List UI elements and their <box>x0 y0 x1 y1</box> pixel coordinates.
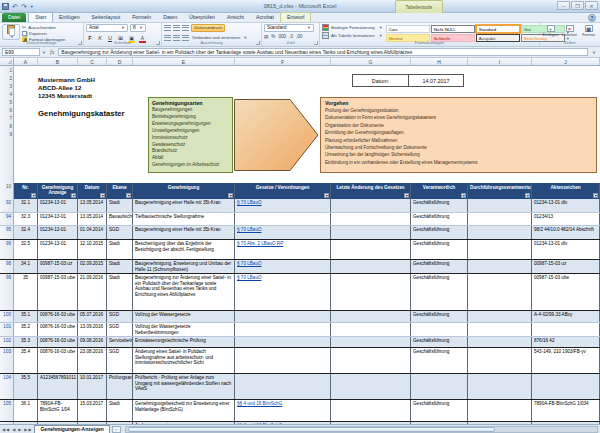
cell-nr[interactable]: 32.3 <box>14 213 38 225</box>
cell-gesetze[interactable]: § 70 LBauO <box>235 226 331 239</box>
row-header-105[interactable]: 105 <box>0 400 14 421</box>
cell-genehmigung[interactable]: Prüfbericht - Prüfung einer Anlage zum U… <box>133 374 235 399</box>
insert-cells-button[interactable]: +Einfügen <box>542 24 559 37</box>
cell-durchfuehrung[interactable] <box>468 213 532 225</box>
row-header-2[interactable]: 2 <box>0 76 12 81</box>
cell-aktenzeichen[interactable]: 543-149, 210 1903/FB-yv <box>532 348 600 373</box>
cell-nr[interactable]: 35.3 <box>14 337 38 347</box>
cell-style-nicht-null[interactable]: Nicht NULL <box>431 25 475 33</box>
cell-datum[interactable]: 12.10.2015 <box>78 240 107 259</box>
cell-durchfuehrung[interactable] <box>468 337 532 347</box>
cell-anzeige[interactable]: 00987-15-03 uz <box>38 260 78 273</box>
ribbon-tab-daten[interactable]: Daten <box>157 13 183 22</box>
cell-aktenzeichen[interactable]: 98/2 44/10.0 482/14 Abschrift <box>532 226 600 239</box>
cell-datum[interactable]: 13.05.2014 <box>78 199 107 212</box>
cell-datum[interactable]: 23.08.2016 <box>78 348 107 373</box>
select-all-corner[interactable] <box>0 58 14 65</box>
row-header-96[interactable]: 96 <box>0 240 14 259</box>
row-header-3[interactable]: 3 <box>0 84 12 89</box>
cell-anzeige[interactable]: 00876-16-03 ube <box>38 348 78 373</box>
sheet-tab[interactable]: Genehmigungen-Anzeigen <box>34 425 109 433</box>
cell-anzeige[interactable]: 00876-16-03 ube <box>38 311 78 322</box>
row-header-100[interactable]: 100 <box>0 311 14 322</box>
table-header-durchfuehrung[interactable]: Durchführungsverantwortung▼ <box>468 183 532 199</box>
cell-genehmigung[interactable]: Bescheinigung über das Ergebnis der Besi… <box>133 240 235 259</box>
filter-dropdown-icon[interactable]: ▼ <box>525 193 530 198</box>
cell-durchfuehrung[interactable] <box>468 400 532 421</box>
table-header-gesetze[interactable]: Gesetze / Verordnungen▼ <box>235 183 331 199</box>
cell-ebene[interactable]: Stadt <box>107 274 133 310</box>
name-box-dropdown-icon[interactable]: ▼ <box>42 50 46 55</box>
cell-anzeige[interactable]: 00876-16-03 ube <box>38 337 78 347</box>
format-as-table-button[interactable]: Als Tabelle formatieren▼ <box>322 32 383 39</box>
ribbon-tab-seitenlayout[interactable]: Seitenlayout <box>86 13 127 22</box>
number-format-combo[interactable]: Standard▼ <box>264 24 314 32</box>
document-title[interactable]: Genehmigungskataster <box>38 109 125 118</box>
cell-aenderung[interactable] <box>331 213 411 225</box>
cell-verantwortlich[interactable] <box>411 374 468 399</box>
dialog-launcher-icon[interactable] <box>256 41 260 45</box>
cell-nr[interactable]: 35 <box>14 274 38 310</box>
save-icon[interactable] <box>2 3 9 10</box>
table-header-datum[interactable]: Datum▼ <box>78 183 107 199</box>
cell-genehmigung[interactable]: Vollzug der Wassergesetze Nebenbestimmun… <box>133 323 235 336</box>
cell-anzeige[interactable]: A1234567891011 <box>38 374 78 399</box>
cell-aktenzeichen[interactable]: 7890A-FB-BImSchG 1/034 <box>532 400 600 421</box>
next-sheet-icon[interactable]: ▶ <box>18 427 22 432</box>
company-name[interactable]: Mustermann GmbH <box>38 76 95 83</box>
minimize-button[interactable]: ─ <box>557 1 570 10</box>
table-header-ebene[interactable]: Ebene▼ <box>107 183 133 199</box>
row-header-8[interactable]: 8 <box>0 124 12 129</box>
cell-genehmigung[interactable]: Baugenehmigung einer Halle mit 35t-Kran <box>133 199 235 212</box>
cell-genehmigung[interactable]: Baugenehmigung, Erweiterung und Umbau de… <box>133 260 235 273</box>
cell-aenderung[interactable] <box>331 348 411 373</box>
cell-anzeige[interactable]: 7890A-FB-BImSchG 1/04 <box>38 400 78 421</box>
align-middle-icon[interactable] <box>173 25 180 31</box>
cell-aenderung[interactable] <box>331 311 411 322</box>
delete-cells-button[interactable]: ×Löschen <box>561 24 578 37</box>
cell-ebene[interactable]: Stadt <box>107 199 133 212</box>
copy-button[interactable]: Kopieren <box>22 31 65 36</box>
cell-verantwortlich[interactable]: Geschäftsführung <box>411 348 468 373</box>
cell-genehmigung[interactable]: Entwässerungstechnische Prüfung <box>133 337 235 347</box>
first-sheet-icon[interactable]: ◀◀ <box>2 427 10 432</box>
cell-nr[interactable]: 35.4 <box>14 348 38 373</box>
table-header-genehmigung[interactable]: Genehmigung▼ <box>133 183 235 199</box>
filter-dropdown-icon[interactable]: ▼ <box>126 193 131 198</box>
cell-genehmigung[interactable]: Tiefbautechnische Stellungnahme <box>133 213 235 225</box>
row-header-10[interactable]: 10 <box>0 183 14 199</box>
cell-durchfuehrung[interactable] <box>468 274 532 310</box>
row-header-102[interactable]: 102 <box>0 337 14 347</box>
ribbon-tab-entwurf[interactable]: Entwurf <box>280 12 312 22</box>
redo-icon[interactable]: ↷ <box>21 2 27 12</box>
ribbon-tab-datei[interactable]: Datei <box>2 13 26 22</box>
cell-ebene[interactable]: SGD <box>107 226 133 239</box>
cell-gesetze[interactable]: § 70 LBauO <box>235 274 331 310</box>
cell-aktenzeichen[interactable]: 01234/13 <box>532 213 600 225</box>
row-header-94[interactable]: 94 <box>0 213 14 225</box>
cell-verantwortlich[interactable]: Geschäftsführung <box>411 213 468 225</box>
law-link[interactable]: § 70 LBauO <box>237 261 262 266</box>
cell-aktenzeichen[interactable]: 01234-13-01 dlv <box>532 199 600 212</box>
cell-aktenzeichen[interactable]: A-4-02/99.33 ABxy <box>532 311 600 322</box>
date-label-cell[interactable]: Datum: <box>352 74 408 87</box>
cell-nr[interactable]: 32.4 <box>14 226 38 239</box>
cell-aenderung[interactable] <box>331 323 411 336</box>
prev-sheet-icon[interactable]: ◀ <box>12 427 16 432</box>
row-header-1[interactable]: 1 <box>0 68 12 73</box>
cell-verantwortlich[interactable]: Geschäftsführung <box>411 337 468 347</box>
dialog-launcher-icon[interactable] <box>78 41 82 45</box>
cell-ebene[interactable]: SGD <box>107 311 133 322</box>
cell-anzeige[interactable]: 00876-16-03 ube <box>38 323 78 336</box>
column-header-D[interactable]: D <box>107 58 133 65</box>
filter-dropdown-icon[interactable]: ▼ <box>593 193 598 198</box>
cell-ebene[interactable]: Stadt <box>107 400 133 421</box>
cell-verantwortlich[interactable]: Geschäftsführung <box>411 240 468 259</box>
cell-aenderung[interactable] <box>331 337 411 347</box>
filter-dropdown-icon[interactable]: ▼ <box>461 193 466 198</box>
cell-datum[interactable]: 09.08.2016 <box>78 337 107 347</box>
cell-aenderung[interactable] <box>331 274 411 310</box>
cell-nr[interactable]: 35.1 <box>14 311 38 322</box>
font-size-combo[interactable]: 8▼ <box>130 24 146 32</box>
law-link[interactable]: § 70 LBauO <box>237 275 262 280</box>
